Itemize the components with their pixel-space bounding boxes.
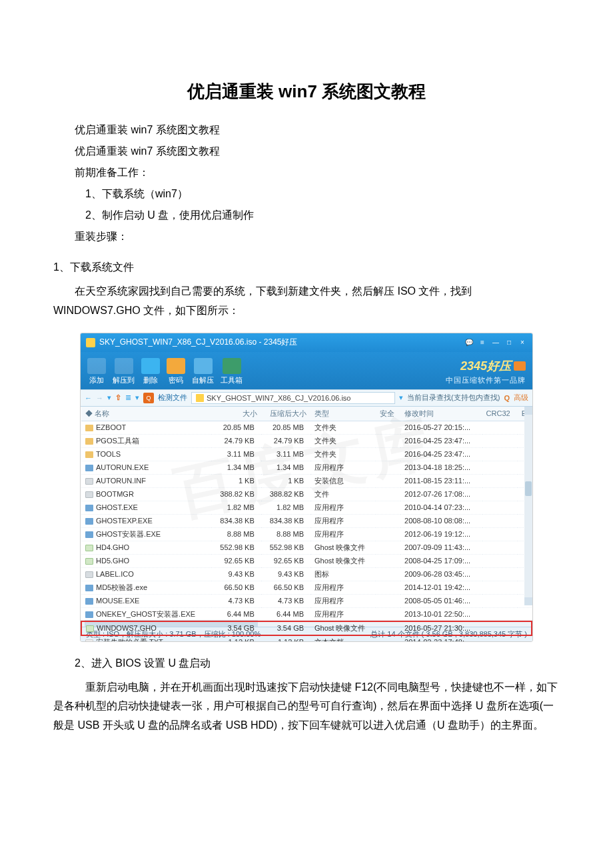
app-icon — [86, 338, 95, 347]
label: 解压到 — [113, 375, 135, 385]
table-row[interactable]: MOUSE.EXE4.73 KB4.73 KB应用程序2008-05-05 01… — [81, 594, 532, 607]
table-row[interactable]: WINDOWS7.GHO3.54 GB3.54 GBGhost 映像文件2016… — [81, 621, 532, 635]
table-row[interactable]: TOOLS3.11 MB3.11 MB文件夹2016-04-25 23:47:.… — [81, 447, 532, 461]
list-item: 1、下载系统（win7） — [53, 183, 560, 205]
nav-forward-icon[interactable]: → — [96, 394, 103, 402]
extract-button[interactable]: 解压到 — [113, 358, 135, 385]
table-row[interactable]: ONEKEY_GHOST安装器.EXE6.44 MB6.44 MB应用程序201… — [81, 607, 532, 621]
section-heading: 1、下载系统文件 — [53, 257, 560, 278]
paragraph: 重装步骤： — [53, 226, 560, 247]
col-name[interactable]: ◆ 名称 — [81, 407, 211, 421]
table-row[interactable]: GHOSTEXP.EXE834.38 KB834.38 KB应用程序2008-0… — [81, 514, 532, 527]
label: 工具箱 — [221, 375, 243, 385]
col-packed[interactable]: 压缩后大小 — [261, 407, 310, 421]
advanced-link[interactable]: 高级 — [514, 393, 528, 403]
table-row[interactable]: MD5校验器.exe66.50 KB66.50 KB应用程序2014-12-01… — [81, 581, 532, 594]
delete-button[interactable]: 删除 — [141, 358, 160, 385]
window-title: SKY_GHOST_WIN7_X86_CJ_V2016.06.iso - 234… — [99, 337, 297, 348]
table-row[interactable]: BOOTMGR388.82 KB388.82 KB文件2012-07-26 17… — [81, 487, 532, 501]
path-dropdown[interactable]: ▾ — [399, 393, 403, 402]
table-row[interactable]: HD4.GHO552.98 KB552.98 KBGhost 映像文件2007-… — [81, 541, 532, 554]
nav-bar: ← → ▾ ⇧ ≣ ▾ Q 检测文件 SKY_GHOST_WIN7_X86_CJ… — [81, 389, 532, 407]
nav-back-icon[interactable]: ← — [85, 394, 92, 402]
col-type[interactable]: 类型 — [310, 407, 376, 421]
chat-icon[interactable]: 💬 — [464, 338, 474, 347]
table-row[interactable]: GHOST.EXE1.82 MB1.82 MB应用程序2010-04-14 07… — [81, 501, 532, 514]
nav-view-dropdown[interactable]: ≣ — [125, 393, 131, 402]
col-mtime[interactable]: 修改时间 — [400, 407, 482, 421]
menu-icon[interactable]: ≡ — [478, 338, 487, 347]
nav-up-icon[interactable]: ⇧ — [115, 393, 121, 402]
add-button[interactable]: 添加 — [87, 358, 106, 385]
paragraph: 重新启动电脑，并在开机画面出现时迅速按下启动快捷键 F12(不同电脑型号，快捷键… — [53, 678, 560, 735]
header-row: ◆ 名称 大小 压缩后大小 类型 安全 修改时间 CRC32 E — [81, 407, 532, 421]
label: 自解压 — [192, 375, 214, 385]
brand-logo: 2345好压 — [460, 358, 526, 374]
table-row[interactable]: 安装失败的必看.TXT1.12 KB1.12 KB文本文档2014-02-23 … — [81, 635, 532, 642]
brand-slogan: 中国压缩软件第一品牌 — [446, 375, 526, 385]
path-text: SKY_GHOST_WIN7_X86_CJ_V2016.06.iso — [207, 394, 350, 402]
label: 添加 — [89, 375, 104, 385]
search-label: 当前目录查找(支持包内查找) — [407, 393, 500, 403]
password-button[interactable]: 密码 — [167, 358, 185, 385]
label: 密码 — [169, 375, 183, 385]
col-size[interactable]: 大小 — [211, 407, 261, 421]
nav-history-dropdown[interactable]: ▾ — [107, 393, 111, 402]
list-item: 2、制作启动 U 盘，使用优启通制作 — [53, 205, 560, 226]
table-row[interactable]: HD5.GHO92.65 KB92.65 KBGhost 映像文件2008-04… — [81, 554, 532, 567]
app-window: SKY_GHOST_WIN7_X86_CJ_V2016.06.iso - 234… — [80, 333, 533, 642]
maximize-button[interactable]: □ — [504, 338, 514, 347]
path-input[interactable]: SKY_GHOST_WIN7_X86_CJ_V2016.06.iso — [191, 392, 395, 404]
file-table: ◆ 名称 大小 压缩后大小 类型 安全 修改时间 CRC32 E EZBOOT2… — [81, 407, 532, 642]
vertical-scrollbar[interactable] — [524, 407, 532, 605]
table-row[interactable]: LABEL.ICO9.43 KB9.43 KB图标2009-06-28 03:4… — [81, 567, 532, 581]
paragraph: 优启通重装 win7 系统图文教程 — [53, 119, 560, 141]
selfextract-button[interactable]: 自解压 — [192, 358, 214, 385]
chevron-down-icon[interactable]: ▾ — [135, 393, 139, 402]
minimize-button[interactable]: — — [491, 338, 500, 347]
col-safe[interactable]: 安全 — [376, 407, 401, 421]
table-row[interactable]: AUTORUN.EXE1.34 MB1.34 MB应用程序2013-04-18 … — [81, 461, 532, 474]
tools-button[interactable]: 工具箱 — [221, 358, 243, 385]
check-file-icon[interactable]: Q — [143, 393, 154, 403]
table-row[interactable]: GHOST安装器.EXE8.88 MB8.88 MB应用程序2012-06-19… — [81, 527, 532, 541]
close-button[interactable]: × — [518, 338, 527, 347]
col-crc[interactable]: CRC32 — [482, 407, 518, 421]
paragraph: 在天空系统家园找到自己需要的系统，下载到新建文件夹，然后解压 ISO 文件，找到… — [53, 282, 560, 321]
paragraph: 优启通重装 win7 系统图文教程 — [53, 141, 560, 162]
titlebar: SKY_GHOST_WIN7_X86_CJ_V2016.06.iso - 234… — [81, 333, 532, 352]
table-row[interactable]: PGOS工具箱24.79 KB24.79 KB文件夹2016-04-25 23:… — [81, 434, 532, 447]
page-title: 优启通重装 win7 系统图文教程 — [53, 80, 560, 103]
paragraph: 2、进入 BIOS 设置 U 盘启动 — [53, 653, 560, 674]
table-row[interactable]: EZBOOT20.85 MB20.85 MB文件夹2016-05-27 20:1… — [81, 421, 532, 434]
label: 删除 — [143, 375, 158, 385]
table-row[interactable]: AUTORUN.INF1 KB1 KB安装信息2011-08-15 23:11:… — [81, 474, 532, 487]
paragraph: 前期准备工作： — [53, 162, 560, 183]
ribbon: 添加 解压到 删除 密码 自解压 工具箱 2345好压 中国压缩软件第一品牌 — [81, 352, 532, 389]
search-icon[interactable]: Q — [504, 394, 510, 402]
check-file-label[interactable]: 检测文件 — [158, 393, 187, 403]
